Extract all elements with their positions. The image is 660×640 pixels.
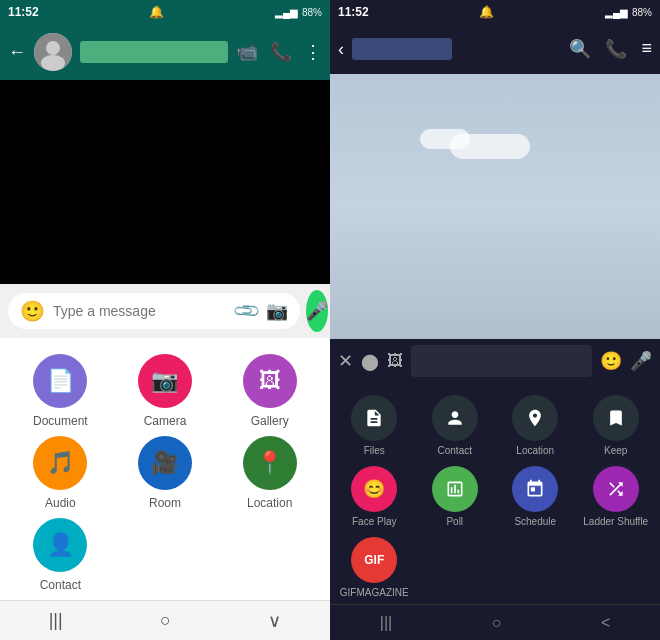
- right-status-icons: ▂▄▆ 88%: [605, 7, 652, 18]
- right-close-icon[interactable]: ✕: [338, 350, 353, 372]
- left-mic-button[interactable]: 🎤: [306, 290, 328, 332]
- right-mic-icon[interactable]: 🎤: [630, 350, 652, 372]
- audio-icon: 🎵: [33, 436, 87, 490]
- more-options-icon[interactable]: ⋮: [304, 41, 322, 63]
- right-header-icons: 🔍 📞 ≡: [569, 38, 652, 60]
- left-status-icons: ▂▄▆ 88%: [275, 7, 322, 18]
- right-menu-icon[interactable]: ≡: [641, 38, 652, 60]
- audio-label: Audio: [45, 496, 76, 510]
- right-nav-home[interactable]: ○: [492, 614, 502, 632]
- right-emoji-icon[interactable]: 🙂: [600, 350, 622, 372]
- contact-label: Contact: [40, 578, 81, 592]
- right-attach-contact[interactable]: Contact: [432, 395, 478, 456]
- left-avatar[interactable]: [34, 33, 72, 71]
- left-message-input-box: 🙂 📎 📷: [8, 293, 300, 329]
- camera-icon: 📷: [138, 354, 192, 408]
- left-attach-camera[interactable]: 📷 Camera: [138, 354, 192, 428]
- right-attach-keep[interactable]: Keep: [593, 395, 639, 456]
- video-call-icon[interactable]: 📹: [236, 41, 258, 63]
- right-search-icon[interactable]: 🔍: [569, 38, 591, 60]
- right-time: 11:52: [338, 5, 369, 19]
- right-attach-gifmagazine[interactable]: GIF GIFMAGAZINE: [340, 537, 409, 598]
- left-battery: 88%: [302, 7, 322, 18]
- left-time: 11:52: [8, 5, 39, 19]
- right-back-button[interactable]: ‹: [338, 39, 344, 60]
- location-right-icon: [512, 395, 558, 441]
- left-attach-icon[interactable]: 📎: [231, 295, 262, 326]
- room-label: Room: [149, 496, 181, 510]
- left-attach-gallery[interactable]: 🖼 Gallery: [243, 354, 297, 428]
- left-nav-menu[interactable]: |||: [49, 610, 63, 631]
- right-attach-faceplay[interactable]: 😊 Face Play: [351, 466, 397, 527]
- voice-call-icon[interactable]: 📞: [270, 41, 292, 63]
- faceplay-right-label: Face Play: [352, 516, 396, 527]
- contact-icon: 👤: [33, 518, 87, 572]
- room-icon: 🎥: [138, 436, 192, 490]
- right-attach-laddershuffle[interactable]: Ladder Shuffle: [583, 466, 648, 527]
- files-right-label: Files: [364, 445, 385, 456]
- left-nav-home[interactable]: ○: [160, 610, 171, 631]
- left-attach-document[interactable]: 📄 Document: [33, 354, 88, 428]
- right-nav-bar: ||| ○ <: [330, 604, 660, 640]
- gifmagazine-right-icon: GIF: [351, 537, 397, 583]
- left-camera-icon[interactable]: 📷: [266, 300, 288, 322]
- right-nav-back[interactable]: <: [601, 614, 610, 632]
- right-camera-icon[interactable]: ⬤: [361, 352, 379, 371]
- right-contact-placeholder: [352, 38, 452, 60]
- left-chat-area: [0, 80, 330, 284]
- right-chat-area: [330, 74, 660, 339]
- cloud-2: [420, 129, 470, 149]
- laddershuffle-right-icon: [593, 466, 639, 512]
- contact-right-label: Contact: [438, 445, 472, 456]
- gifmagazine-right-label: GIFMAGAZINE: [340, 587, 409, 598]
- right-signal: ▂▄▆: [605, 7, 628, 18]
- left-header: ← 📹 📞 ⋮: [0, 24, 330, 80]
- laddershuffle-right-label: Ladder Shuffle: [583, 516, 648, 527]
- schedule-right-icon: [512, 466, 558, 512]
- left-back-button[interactable]: ←: [8, 42, 26, 63]
- right-header: ‹ 🔍 📞 ≡: [330, 24, 660, 74]
- document-label: Document: [33, 414, 88, 428]
- gallery-icon: 🖼: [243, 354, 297, 408]
- right-panel: 11:52 🔔 ▂▄▆ 88% ‹ 🔍 📞 ≡ ✕ ⬤ 🖼 🙂 🎤: [330, 0, 660, 640]
- camera-label: Camera: [144, 414, 187, 428]
- right-battery: 88%: [632, 7, 652, 18]
- poll-right-icon: [432, 466, 478, 512]
- faceplay-right-icon: 😊: [351, 466, 397, 512]
- left-contact-name: [80, 41, 228, 63]
- right-call-icon[interactable]: 📞: [605, 38, 627, 60]
- right-notif-icon: 🔔: [479, 5, 494, 19]
- right-attach-poll[interactable]: Poll: [432, 466, 478, 527]
- location-right-label: Location: [516, 445, 554, 456]
- poll-right-label: Poll: [446, 516, 463, 527]
- right-nav-menu[interactable]: |||: [380, 614, 392, 632]
- sky-background: [330, 74, 660, 339]
- right-text-input[interactable]: [411, 345, 592, 377]
- left-emoji-icon[interactable]: 🙂: [20, 299, 45, 323]
- contact-right-icon: [432, 395, 478, 441]
- keep-right-label: Keep: [604, 445, 627, 456]
- right-status-bar: 11:52 🔔 ▂▄▆ 88%: [330, 0, 660, 24]
- left-nav-back[interactable]: ∨: [268, 610, 281, 632]
- right-input-area: ✕ ⬤ 🖼 🙂 🎤: [330, 339, 660, 383]
- right-attach-schedule[interactable]: Schedule: [512, 466, 558, 527]
- left-nav-bar: ||| ○ ∨: [0, 600, 330, 640]
- left-attach-location[interactable]: 📍 Location: [243, 436, 297, 510]
- right-attach-files[interactable]: Files: [351, 395, 397, 456]
- location-label: Location: [247, 496, 292, 510]
- right-image-icon[interactable]: 🖼: [387, 352, 403, 370]
- gallery-label: Gallery: [251, 414, 289, 428]
- right-attachment-grid: Files Contact Location Keep 😊 Face Play …: [330, 383, 660, 604]
- right-attach-location[interactable]: Location: [512, 395, 558, 456]
- left-message-input[interactable]: [53, 303, 228, 319]
- left-status-bar: 11:52 🔔 ▂▄▆ 88%: [0, 0, 330, 24]
- left-attach-audio[interactable]: 🎵 Audio: [33, 436, 87, 510]
- left-attach-contact[interactable]: 👤 Contact: [33, 518, 87, 592]
- left-header-icons: 📹 📞 ⋮: [236, 41, 322, 63]
- left-attach-room[interactable]: 🎥 Room: [138, 436, 192, 510]
- document-icon: 📄: [33, 354, 87, 408]
- location-icon: 📍: [243, 436, 297, 490]
- left-signal: ▂▄▆: [275, 7, 298, 18]
- keep-right-icon: [593, 395, 639, 441]
- left-message-input-area: 🙂 📎 📷 🎤: [0, 284, 330, 338]
